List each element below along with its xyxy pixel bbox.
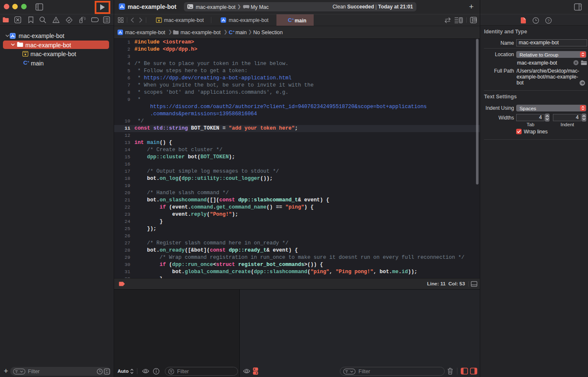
svg-text:?: ? [547,19,550,23]
